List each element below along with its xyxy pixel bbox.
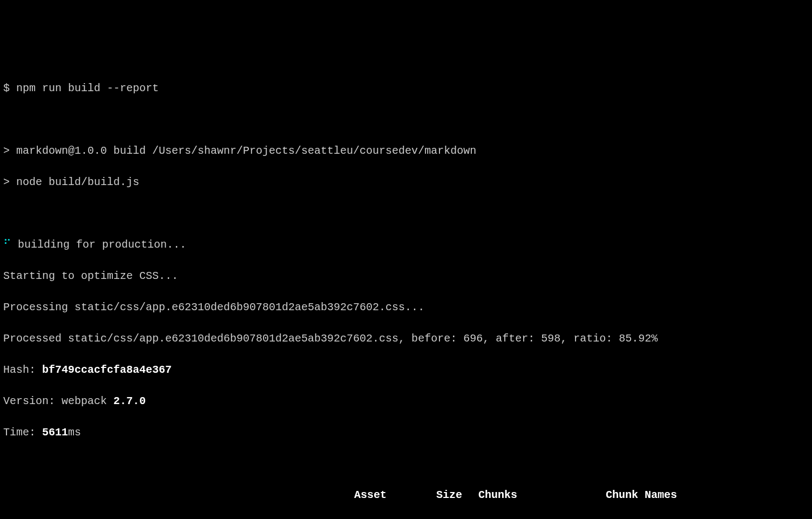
processed-line: Processed static/css/app.e62310ded6b9078… xyxy=(3,331,809,346)
npm-script-line: > node build/build.js xyxy=(3,174,809,190)
version-value: 2.7.0 xyxy=(113,395,146,407)
header-emitted-spacer xyxy=(517,487,593,503)
building-text: building for production... xyxy=(11,238,186,251)
hash-label: Hash: xyxy=(3,364,42,376)
hash-line: Hash: bf749ccacfcfa8a4e367 xyxy=(3,362,809,378)
time-line: Time: 5611ms xyxy=(3,425,809,440)
command-prompt-line: $ npm run build --report xyxy=(3,80,809,96)
table-header-row: AssetSizeChunks Chunk Names xyxy=(3,487,809,503)
header-chunk-names: Chunk Names xyxy=(593,487,809,503)
npm-script-line: > markdown@1.0.0 build /Users/shawnr/Pro… xyxy=(3,143,809,159)
optimize-line: Starting to optimize CSS... xyxy=(3,268,809,284)
time-value: 5611 xyxy=(42,426,68,439)
version-label: Version: webpack xyxy=(3,395,113,407)
version-line: Version: webpack 2.7.0 xyxy=(3,393,809,409)
processing-line: Processing static/css/app.e62310ded6b907… xyxy=(3,299,809,315)
blank-line xyxy=(3,206,809,221)
spinner-icon: ⠋ xyxy=(3,238,11,251)
time-label: Time: xyxy=(3,426,42,439)
building-line: ⠋ building for production... xyxy=(3,237,809,252)
header-chunks: Chunks xyxy=(462,487,517,503)
asset-table: AssetSizeChunks Chunk Names static/js/ap… xyxy=(3,472,809,519)
header-asset: Asset xyxy=(3,487,387,503)
header-size: Size xyxy=(387,487,462,503)
hash-value: bf749ccacfcfa8a4e367 xyxy=(42,364,172,376)
blank-line xyxy=(3,112,809,127)
terminal-output: $ npm run build --report > markdown@1.0.… xyxy=(3,65,809,519)
time-unit: ms xyxy=(68,426,81,439)
